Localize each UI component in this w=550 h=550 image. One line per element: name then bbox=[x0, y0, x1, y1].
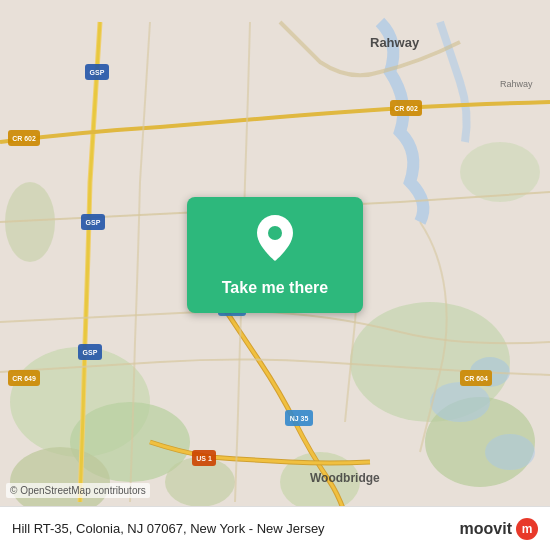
svg-text:Rahway: Rahway bbox=[500, 79, 533, 89]
svg-text:CR 649: CR 649 bbox=[12, 375, 36, 382]
svg-text:GSP: GSP bbox=[86, 219, 101, 226]
location-pin-icon bbox=[257, 215, 293, 261]
svg-text:GSP: GSP bbox=[83, 349, 98, 356]
svg-text:NJ 35: NJ 35 bbox=[290, 415, 309, 422]
svg-text:CR 604: CR 604 bbox=[464, 375, 488, 382]
svg-point-36 bbox=[268, 226, 282, 240]
moovit-icon: m bbox=[516, 518, 538, 540]
svg-text:GSP: GSP bbox=[90, 69, 105, 76]
map-container: GSP GSP GSP CR 602 CR 602 CR 649 CR 604 … bbox=[0, 0, 550, 550]
take-me-there-button[interactable]: Take me there bbox=[187, 271, 363, 313]
location-address: Hill RT-35, Colonia, NJ 07067, New York … bbox=[12, 521, 325, 536]
pin-area bbox=[237, 197, 313, 271]
moovit-logo-text: moovit bbox=[460, 520, 512, 538]
bottom-left: Hill RT-35, Colonia, NJ 07067, New York … bbox=[12, 521, 325, 536]
moovit-logo: moovit m bbox=[460, 518, 538, 540]
svg-text:CR 602: CR 602 bbox=[12, 135, 36, 142]
bottom-bar: Hill RT-35, Colonia, NJ 07067, New York … bbox=[0, 506, 550, 550]
cta-overlay[interactable]: Take me there bbox=[187, 197, 363, 313]
svg-point-12 bbox=[485, 434, 535, 470]
svg-point-10 bbox=[430, 382, 490, 422]
svg-text:US 1: US 1 bbox=[196, 455, 212, 462]
svg-text:Rahway: Rahway bbox=[370, 35, 420, 50]
copyright-notice: © OpenStreetMap contributors bbox=[6, 483, 150, 498]
svg-text:CR 602: CR 602 bbox=[394, 105, 418, 112]
svg-text:Woodbridge: Woodbridge bbox=[310, 471, 380, 485]
